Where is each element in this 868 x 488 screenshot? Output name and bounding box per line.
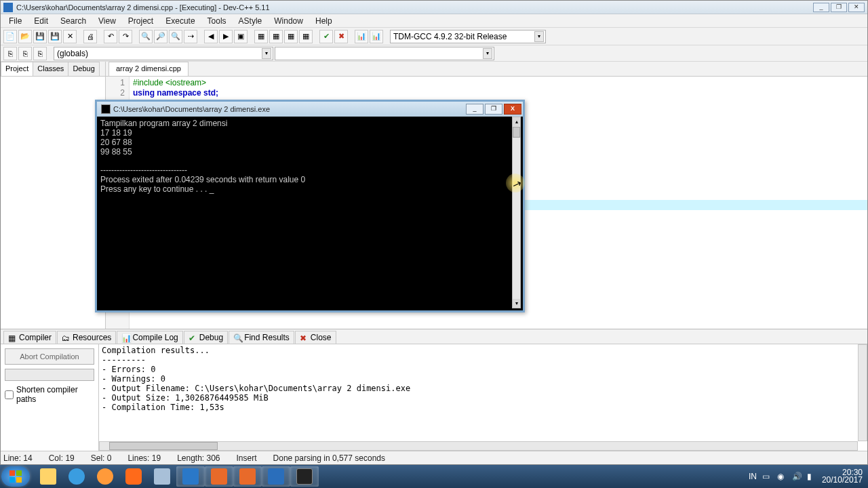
minimize-button[interactable]: _ bbox=[813, 3, 829, 12]
profile-icon[interactable]: 📊 bbox=[355, 30, 368, 43]
line-number: 2 bbox=[106, 88, 125, 98]
compile-icon[interactable]: ▦ bbox=[254, 30, 268, 43]
x-icon: ✖ bbox=[300, 333, 308, 342]
taskbar-ie-icon[interactable] bbox=[62, 466, 91, 487]
tree-icon: 🗂 bbox=[62, 333, 70, 342]
stop-icon[interactable]: ✖ bbox=[334, 30, 348, 43]
back-icon[interactable]: ◀ bbox=[204, 30, 218, 43]
chevron-down-icon[interactable]: ▾ bbox=[262, 48, 271, 59]
hscrollbar[interactable] bbox=[99, 441, 858, 451]
tab-debug[interactable]: Debug bbox=[68, 62, 99, 76]
window-title: C:\Users\kohar\Documents\array 2 dimensi… bbox=[16, 3, 812, 12]
tab-debug-bottom[interactable]: ✔Debug bbox=[184, 331, 228, 344]
system-tray[interactable]: IN ▭ ◉ 🔊 ▮ 20:30 20/10/2017 bbox=[749, 469, 867, 484]
tray-date: 20/10/2017 bbox=[822, 476, 863, 484]
compile-output-area: Compilation results... --------- - Error… bbox=[99, 344, 867, 451]
tab-project[interactable]: Project bbox=[1, 62, 33, 76]
console-output[interactable]: Tampilkan program array 2 dimensi 17 18 … bbox=[99, 117, 512, 308]
battery-icon[interactable]: ▮ bbox=[807, 472, 816, 481]
network-icon[interactable]: ◉ bbox=[777, 472, 787, 481]
gotoline-icon[interactable]: ⇢ bbox=[184, 30, 197, 43]
menu-help[interactable]: Help bbox=[310, 15, 338, 27]
close-file-icon[interactable]: ✕ bbox=[63, 30, 77, 43]
gotoimpl-icon[interactable]: ⎘ bbox=[33, 47, 47, 60]
members-select[interactable]: ▾ bbox=[275, 47, 494, 60]
menu-astyle[interactable]: AStyle bbox=[233, 15, 268, 27]
replace-icon[interactable]: 🔎 bbox=[154, 30, 167, 43]
find-icon[interactable]: 🔍 bbox=[139, 30, 153, 43]
saveall-icon[interactable]: 💾 bbox=[48, 30, 62, 43]
save-icon[interactable]: 💾 bbox=[33, 30, 47, 43]
forward-icon[interactable]: ▶ bbox=[219, 30, 233, 43]
line-number: 1 bbox=[106, 78, 125, 88]
sound-icon[interactable]: 🔊 bbox=[792, 472, 802, 481]
taskbar-wmp-icon[interactable] bbox=[91, 466, 119, 487]
scroll-thumb[interactable] bbox=[513, 127, 520, 138]
tray-lang[interactable]: IN bbox=[749, 472, 757, 481]
close-button[interactable]: ✕ bbox=[848, 3, 865, 12]
status-length: Length: 306 bbox=[177, 453, 220, 463]
menu-view[interactable]: View bbox=[93, 15, 121, 27]
menu-project[interactable]: Project bbox=[123, 15, 159, 27]
compile-output[interactable]: Compilation results... --------- - Error… bbox=[102, 346, 858, 441]
scroll-up-icon[interactable]: ▴ bbox=[513, 117, 520, 126]
console-maximize-button[interactable]: ❐ bbox=[485, 104, 502, 115]
tab-close[interactable]: ✖Close bbox=[295, 331, 336, 344]
chevron-down-icon[interactable]: ▾ bbox=[483, 48, 492, 59]
taskbar-app1-icon[interactable] bbox=[176, 466, 205, 487]
editor-tab[interactable]: array 2 dimensi.cpp bbox=[108, 62, 189, 76]
start-button[interactable] bbox=[1, 466, 30, 487]
console-vscrollbar[interactable]: ▴ ▾ bbox=[512, 117, 521, 308]
compiler-select[interactable]: TDM-GCC 4.9.2 32-bit Release ▾ bbox=[390, 30, 546, 43]
gotodecl-icon[interactable]: ⎘ bbox=[18, 47, 32, 60]
taskbar-explorer-icon[interactable] bbox=[34, 466, 62, 487]
menu-execute[interactable]: Execute bbox=[160, 15, 200, 27]
console-titlebar[interactable]: C:\Users\kohar\Documents\array 2 dimensi… bbox=[97, 102, 523, 117]
globals-select[interactable]: (globals) ▾ bbox=[54, 47, 273, 60]
tab-compiler[interactable]: ▦Compiler bbox=[3, 331, 56, 344]
scroll-down-icon[interactable]: ▾ bbox=[513, 299, 520, 308]
chevron-down-icon[interactable]: ▾ bbox=[534, 31, 544, 42]
open-icon[interactable]: 📂 bbox=[18, 30, 32, 43]
scroll-thumb[interactable] bbox=[109, 442, 218, 450]
shorten-paths-checkbox[interactable]: Shorten compiler paths bbox=[5, 385, 94, 404]
tray-clock[interactable]: 20:30 20/10/2017 bbox=[822, 469, 863, 484]
tab-findresults[interactable]: 🔍Find Results bbox=[229, 331, 294, 344]
compilerun-icon[interactable]: ▦ bbox=[284, 30, 298, 43]
rebuild-icon[interactable]: ▦ bbox=[299, 30, 313, 43]
run-icon[interactable]: ▦ bbox=[269, 30, 283, 43]
menu-file[interactable]: File bbox=[3, 15, 27, 27]
chart-icon: 📊 bbox=[121, 333, 130, 342]
menu-window[interactable]: Window bbox=[269, 15, 309, 27]
taskbar-devcpp-icon[interactable] bbox=[262, 466, 290, 487]
console-close-button[interactable]: X bbox=[504, 104, 521, 115]
taskbar-snip-icon[interactable] bbox=[148, 466, 176, 487]
debug-icon[interactable]: ✔ bbox=[319, 30, 333, 43]
taskbar[interactable]: IN ▭ ◉ 🔊 ▮ 20:30 20/10/2017 bbox=[0, 465, 868, 488]
abort-button[interactable]: Abort Compilation bbox=[5, 348, 94, 365]
menu-tools[interactable]: Tools bbox=[202, 15, 232, 27]
tab-compilelog[interactable]: 📊Compile Log bbox=[117, 331, 182, 344]
findfiles-icon[interactable]: 🔍 bbox=[169, 30, 182, 43]
new-icon[interactable]: 📄 bbox=[3, 30, 17, 43]
taskbar-app3-icon[interactable] bbox=[233, 466, 262, 487]
tab-resources[interactable]: 🗂Resources bbox=[57, 331, 116, 344]
menu-edit[interactable]: Edit bbox=[28, 15, 54, 27]
titlebar[interactable]: C:\Users\kohar\Documents\array 2 dimensi… bbox=[1, 1, 867, 14]
maximize-button[interactable]: ❐ bbox=[831, 3, 847, 12]
menu-search[interactable]: Search bbox=[55, 15, 92, 27]
taskbar-uc-icon[interactable] bbox=[119, 466, 148, 487]
tab-classes[interactable]: Classes bbox=[33, 62, 68, 76]
vscrollbar[interactable] bbox=[858, 344, 867, 441]
profile2-icon[interactable]: 📊 bbox=[370, 30, 383, 43]
flag-icon[interactable]: ▭ bbox=[762, 472, 772, 481]
bookmark-icon[interactable]: ▣ bbox=[234, 30, 248, 43]
print-icon[interactable]: 🖨 bbox=[83, 30, 97, 43]
redo-icon[interactable]: ↷ bbox=[119, 30, 132, 43]
taskbar-cmd-icon[interactable] bbox=[290, 466, 319, 487]
gotodef-icon[interactable]: ⎘ bbox=[3, 47, 17, 60]
console-window[interactable]: C:\Users\kohar\Documents\array 2 dimensi… bbox=[95, 100, 525, 312]
taskbar-app2-icon[interactable] bbox=[205, 466, 233, 487]
undo-icon[interactable]: ↶ bbox=[104, 30, 117, 43]
console-minimize-button[interactable]: _ bbox=[466, 104, 484, 115]
